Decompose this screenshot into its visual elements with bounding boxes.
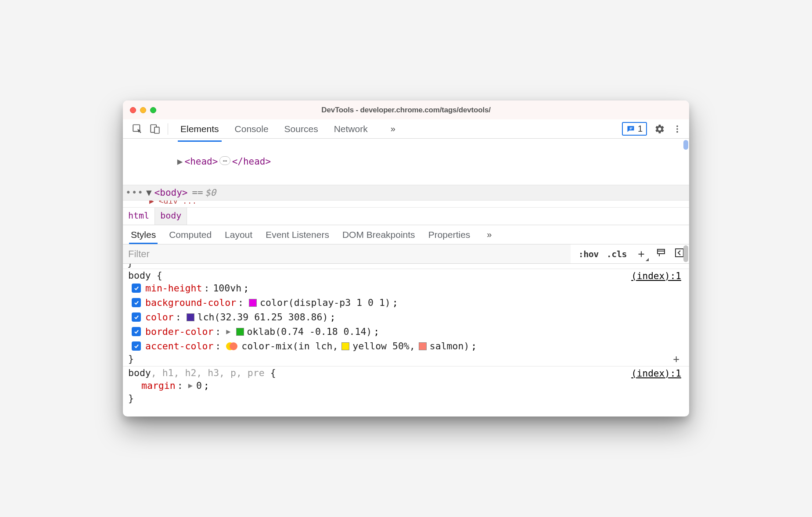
expand-arrow-icon[interactable]: ▶ <box>177 154 183 169</box>
dom-scrollbar[interactable] <box>683 140 688 150</box>
sidebar-subtabs: Styles Computed Layout Event Listeners D… <box>123 225 689 244</box>
css-property[interactable]: accent-color <box>145 339 213 353</box>
subtabs-overflow-icon[interactable]: » <box>487 230 492 240</box>
css-property[interactable]: color <box>145 310 174 324</box>
svg-point-7 <box>676 131 678 133</box>
tabs-overflow-icon[interactable]: » <box>391 124 395 134</box>
decl-margin[interactable]: margin: ▶ 0; <box>128 378 684 393</box>
css-property[interactable]: border-color <box>145 324 213 339</box>
color-swatch[interactable] <box>187 313 194 321</box>
color-swatch[interactable] <box>236 328 244 336</box>
decl-background-color[interactable]: background-color: color(display-p3 1 0 1… <box>128 295 684 310</box>
css-property[interactable]: margin <box>141 378 176 393</box>
main-panel-tabs: Elements Console Sources Network » <box>179 120 395 138</box>
collapsed-ellipsis-icon[interactable]: ⋯ <box>219 156 230 165</box>
css-value[interactable]: color(display-p3 1 0 1) <box>260 295 391 310</box>
css-value[interactable]: 100vh <box>213 281 241 295</box>
selected-dollar0: $0 <box>205 187 216 198</box>
color-swatch[interactable] <box>341 342 349 350</box>
subtab-styles[interactable]: Styles <box>130 226 157 244</box>
decl-border-color[interactable]: border-color: ▶ oklab(0.74 -0.18 0.14); <box>128 324 684 339</box>
issues-icon <box>626 125 635 133</box>
color-swatch[interactable] <box>249 299 257 307</box>
maximize-window-button[interactable] <box>150 107 156 113</box>
tab-elements[interactable]: Elements <box>179 120 221 138</box>
subtab-properties[interactable]: Properties <box>428 226 471 244</box>
dom-node-body-selected[interactable]: ••• ▼ <body> == $0 <box>123 185 689 201</box>
shorthand-expand-icon[interactable]: ▶ <box>224 324 232 339</box>
breadcrumb-item-html[interactable]: html <box>123 208 154 225</box>
subtab-dom-breakpoints[interactable]: DOM Breakpoints <box>341 226 416 244</box>
css-value-part[interactable]: color-mix(in lch, <box>241 339 338 353</box>
toolbar-separator <box>168 123 168 135</box>
css-rule-body-reset[interactable]: (index):1 body, h1, h2, h3, p, pre { mar… <box>123 366 689 406</box>
styles-pane: } (index):1 body { min-height: 100vh; ba… <box>123 264 689 416</box>
dom-head-open: <head> <box>185 156 218 167</box>
selected-eq: == <box>192 187 203 198</box>
dom-node-head[interactable]: ▶<head>⋯</head> <box>123 139 689 185</box>
tab-console[interactable]: Console <box>233 120 270 138</box>
kebab-menu-icon[interactable] <box>670 122 685 136</box>
new-style-rule-button[interactable] <box>635 248 648 261</box>
minimize-window-button[interactable] <box>140 107 146 113</box>
subtab-computed[interactable]: Computed <box>168 226 212 244</box>
css-value[interactable]: lch(32.39 61.25 308.86) <box>198 310 328 324</box>
svg-rect-4 <box>629 129 631 129</box>
issues-button[interactable]: 1 <box>622 122 647 136</box>
breadcrumb-item-body[interactable]: body <box>154 208 187 225</box>
decl-toggle-checkbox[interactable] <box>132 284 141 293</box>
inspect-element-icon[interactable] <box>130 122 145 136</box>
devtools-toolbar: Elements Console Sources Network » 1 <box>123 119 689 139</box>
svg-rect-3 <box>629 127 632 128</box>
toggle-cls-button[interactable]: .cls <box>607 249 627 259</box>
device-toolbar-icon[interactable] <box>147 122 162 136</box>
dom-overflow-row: ▶ <div ... <box>123 201 689 208</box>
decl-toggle-checkbox[interactable] <box>132 341 141 351</box>
subtab-layout[interactable]: Layout <box>224 226 253 244</box>
tab-network[interactable]: Network <box>332 120 370 138</box>
decl-color[interactable]: color: lch(32.39 61.25 308.86); <box>128 310 684 324</box>
decl-toggle-checkbox[interactable] <box>132 298 141 307</box>
css-rule-body[interactable]: (index):1 body { min-height: 100vh; back… <box>123 269 689 366</box>
decl-toggle-checkbox[interactable] <box>132 312 141 322</box>
elements-dom-tree[interactable]: ▶<head>⋯</head> ••• ▼ <body> == $0 ▶ <di… <box>123 139 689 208</box>
css-property[interactable]: min-height <box>145 281 202 295</box>
tab-sources[interactable]: Sources <box>283 120 320 138</box>
svg-point-5 <box>676 125 678 127</box>
styles-filter-input[interactable] <box>123 244 571 263</box>
rule-selector[interactable]: body <box>128 270 151 281</box>
window-title: DevTools - developer.chrome.com/tags/dev… <box>123 106 689 115</box>
dom-head-close: </head> <box>232 156 271 167</box>
css-property[interactable]: background-color <box>145 295 236 310</box>
css-value[interactable]: oklab(0.74 -0.18 0.14) <box>247 324 372 339</box>
decl-min-height[interactable]: min-height: 100vh; <box>128 281 684 295</box>
elements-breadcrumb: html body <box>123 208 689 225</box>
css-value[interactable]: 0 <box>196 378 202 393</box>
insert-style-rule-button[interactable]: + <box>673 353 679 365</box>
settings-icon[interactable] <box>652 122 667 136</box>
issues-count: 1 <box>638 124 643 134</box>
window-traffic-lights <box>130 107 156 113</box>
format-toggle-icon[interactable] <box>656 248 666 260</box>
rule-source-link[interactable]: (index):1 <box>631 271 681 281</box>
rule-source-link[interactable]: (index):1 <box>631 368 681 379</box>
close-window-button[interactable] <box>130 107 136 113</box>
svg-rect-2 <box>154 127 159 133</box>
decl-toggle-checkbox[interactable] <box>132 327 141 336</box>
svg-rect-8 <box>675 249 683 257</box>
toggle-hov-button[interactable]: :hov <box>578 249 599 259</box>
decl-accent-color[interactable]: accent-color: color-mix(in lch, yellow 5… <box>128 339 684 353</box>
rule-selector[interactable]: body, h1, h2, h3, p, pre <box>128 367 265 378</box>
styles-toolbar: :hov .cls <box>123 244 689 264</box>
previous-rule-fragment: } <box>123 264 689 269</box>
collapse-arrow-icon[interactable]: ▼ <box>146 187 152 198</box>
color-mix-swatch[interactable] <box>226 342 238 350</box>
css-value-part[interactable]: salmon) <box>430 339 470 353</box>
subtab-event-listeners[interactable]: Event Listeners <box>265 226 330 244</box>
color-swatch[interactable] <box>419 342 427 350</box>
styles-scrollbar[interactable] <box>683 245 688 262</box>
devtools-window: DevTools - developer.chrome.com/tags/dev… <box>123 101 689 416</box>
css-value-part[interactable]: yellow 50%, <box>352 339 415 353</box>
shorthand-expand-icon[interactable]: ▶ <box>187 378 194 393</box>
svg-point-6 <box>676 128 678 130</box>
